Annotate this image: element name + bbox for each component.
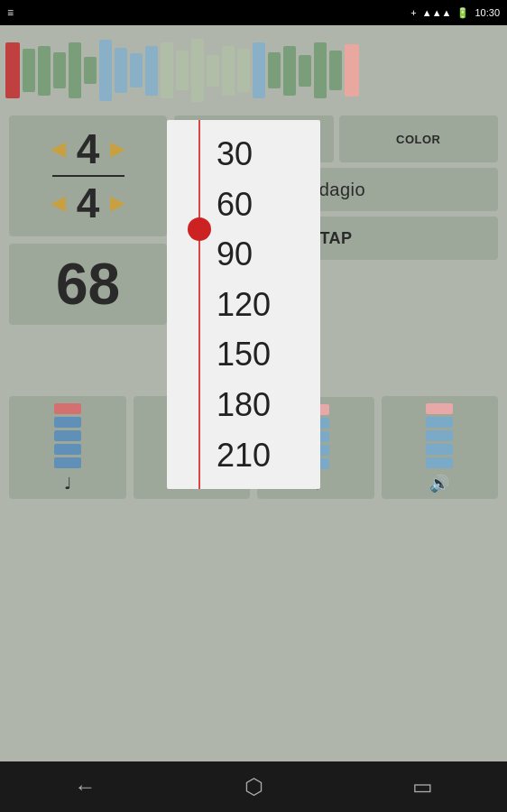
beat-bar <box>314 42 327 98</box>
strip-bar <box>426 403 453 414</box>
color-button[interactable]: COLOR <box>339 115 499 162</box>
strip-bars <box>54 403 81 468</box>
beat-bar <box>5 42 20 98</box>
recents-button[interactable]: ▭ <box>412 774 433 799</box>
ts-denominator-row: ◀ 4 ▶ <box>51 179 126 227</box>
ts-numerator-value: 4 <box>77 125 100 173</box>
beat-bar <box>329 51 342 90</box>
strip-bars <box>426 403 453 468</box>
strip-note-icon: ♩ <box>64 474 71 494</box>
strip-box[interactable]: ♩ <box>9 396 126 499</box>
ts-numerator-up[interactable]: ▶ <box>110 137 125 161</box>
picker-dot <box>188 217 211 241</box>
beat-bar <box>130 53 143 88</box>
time-signature-box: ◀ 4 ▶ ◀ 4 ▶ <box>9 115 167 236</box>
beat-bar <box>23 49 35 92</box>
picker-items: 306090120150180210 <box>167 120 320 489</box>
ts-numerator-down[interactable]: ◀ <box>51 137 66 161</box>
picker-item[interactable]: 150 <box>167 329 320 380</box>
strip-bar <box>54 444 81 455</box>
beat-bar <box>99 40 112 101</box>
ts-divider <box>52 175 124 177</box>
time-display: 10:30 <box>475 7 500 18</box>
beat-bar <box>38 46 51 96</box>
beat-bar <box>299 55 311 87</box>
beat-bar <box>345 44 359 97</box>
bpm-box: 68 <box>9 244 167 325</box>
picker-item[interactable]: 180 <box>167 380 320 430</box>
bpm-picker[interactable]: 306090120150180210 <box>167 120 320 489</box>
beat-bar <box>176 51 189 90</box>
bluetooth-icon: + <box>410 7 416 18</box>
beat-bar <box>53 52 66 88</box>
strip-bar <box>426 457 453 468</box>
strip-bar <box>426 444 453 455</box>
strip-bar <box>54 457 81 468</box>
bpm-value: 68 <box>56 251 120 318</box>
beat-bar <box>145 46 158 96</box>
beat-bar <box>207 55 219 87</box>
beat-bar <box>191 39 204 102</box>
app-container: ◀ 4 ▶ ◀ 4 ▶ 68 SOUND 1 COLOR Ad <box>0 25 507 761</box>
back-button[interactable]: ← <box>74 774 96 799</box>
strip-bar <box>54 403 81 414</box>
beat-strip <box>0 25 507 115</box>
strip-box[interactable]: 🔊 <box>382 396 499 499</box>
strip-bar <box>426 417 453 428</box>
beat-bar <box>237 49 250 92</box>
strip-bar <box>54 417 81 428</box>
picker-item[interactable]: 30 <box>167 129 320 180</box>
battery-icon: 🔋 <box>456 7 469 19</box>
menu-icon: ≡ <box>7 6 14 19</box>
strip-bar <box>426 430 453 441</box>
status-left: ≡ <box>7 6 14 19</box>
status-right: + ▲▲▲ 🔋 10:30 <box>410 7 500 19</box>
ts-denominator-value: 4 <box>77 179 100 227</box>
beat-bar <box>268 52 281 88</box>
picker-item[interactable]: 120 <box>167 280 320 330</box>
picker-item[interactable]: 210 <box>167 430 320 481</box>
strip-bar <box>54 430 81 441</box>
left-col: ◀ 4 ▶ ◀ 4 ▶ 68 <box>9 115 167 325</box>
signal-icon: ▲▲▲ <box>422 7 452 18</box>
beat-bar <box>84 57 97 84</box>
strip-note-icon: 🔊 <box>429 474 449 494</box>
beat-bar <box>115 48 127 93</box>
ts-numerator-row: ◀ 4 ▶ <box>51 125 126 173</box>
home-button[interactable]: ⬡ <box>244 774 263 799</box>
status-bar: ≡ + ▲▲▲ 🔋 10:30 <box>0 0 507 25</box>
nav-bar: ← ⬡ ▭ <box>0 761 507 812</box>
beat-bar <box>253 42 265 98</box>
picker-line <box>198 120 200 489</box>
beat-bar <box>161 42 173 98</box>
ts-denominator-up[interactable]: ▶ <box>110 191 125 215</box>
ts-denominator-down[interactable]: ◀ <box>51 191 66 215</box>
beat-bar <box>283 46 296 96</box>
beat-bar <box>69 42 81 98</box>
beat-bar <box>222 46 235 96</box>
